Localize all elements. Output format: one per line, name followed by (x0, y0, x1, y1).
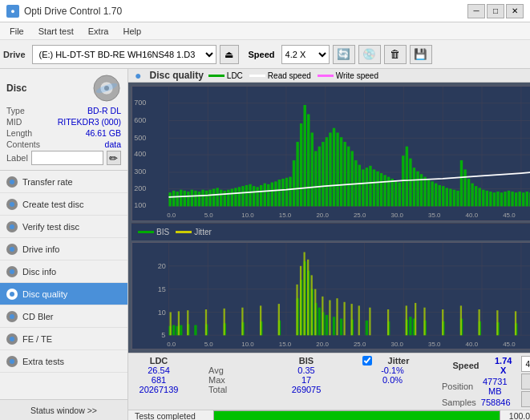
svg-rect-204 (178, 311, 180, 335)
svg-rect-222 (358, 305, 360, 335)
bottom-chart-svg: 20 15 10 5 10% 8% 6% 4% 2% 0.0 5.0 10.0 (132, 243, 530, 349)
svg-rect-121 (526, 192, 528, 206)
verify-test-disc-icon (6, 221, 18, 232)
svg-rect-116 (508, 191, 510, 207)
extra-tests-icon (6, 356, 18, 367)
svg-rect-61 (307, 114, 310, 206)
transfer-rate-icon (6, 176, 18, 188)
stats-section: LDC 26.54 681 20267139 _ Avg Max Total B… (128, 353, 530, 410)
menu-help[interactable]: Help (116, 25, 148, 38)
svg-rect-50 (267, 184, 269, 207)
menu-file[interactable]: File (3, 25, 30, 38)
svg-rect-35 (212, 189, 215, 207)
svg-text:35.0: 35.0 (428, 341, 441, 348)
mid-value: RITEKDR3 (000) (58, 117, 121, 127)
speed-dropdown[interactable]: 4.2 X (521, 356, 530, 372)
nav-label-cd-bler: CD Bler (22, 312, 54, 321)
svg-rect-206 (205, 309, 207, 335)
write-speed-legend: Write speed (336, 71, 378, 80)
contents-value: data (105, 139, 121, 149)
samples-label: Samples (442, 398, 476, 407)
sidebar-item-transfer-rate[interactable]: Transfer rate (0, 171, 127, 193)
svg-rect-227 (423, 307, 425, 335)
svg-rect-27 (184, 191, 186, 207)
start-full-button[interactable]: Start full (521, 374, 530, 390)
length-label: Length (6, 128, 32, 138)
sidebar-item-disc-info[interactable]: Disc info (0, 260, 127, 283)
status-window-button[interactable]: Status window >> (0, 399, 127, 420)
app-icon: ● (6, 5, 19, 18)
erase-button[interactable]: 🗑 (384, 45, 407, 64)
max-ldc: 681 (135, 375, 183, 385)
drive-select[interactable]: (E:) HL-DT-ST BD-RE WH16NS48 1.D3 (32, 45, 216, 64)
progress-area: Tests completed 100.0% 63:05 (128, 410, 530, 420)
svg-rect-85 (394, 180, 397, 206)
sidebar-item-create-test-disc[interactable]: Create test disc (0, 193, 127, 216)
svg-rect-94 (427, 179, 430, 206)
svg-rect-41 (234, 188, 237, 206)
svg-rect-69 (336, 132, 338, 206)
svg-rect-208 (241, 307, 243, 335)
label-edit-button[interactable]: ✏ (107, 151, 121, 165)
jitter-check: Jitter (362, 356, 423, 365)
start-part-button[interactable]: Start part (521, 391, 530, 407)
sidebar: Disc Type BD-R DL MID RITEKDR3 (000) Len… (0, 69, 128, 420)
svg-rect-58 (296, 142, 298, 206)
sidebar-item-verify-test-disc[interactable]: Verify test disc (0, 216, 127, 238)
minimize-button[interactable]: ─ (467, 4, 485, 18)
svg-rect-26 (180, 190, 182, 207)
svg-rect-106 (471, 184, 473, 207)
svg-rect-194 (409, 317, 411, 335)
sidebar-item-cd-bler[interactable]: CD Bler (0, 305, 127, 328)
main-area: Disc Type BD-R DL MID RITEKDR3 (000) Len… (0, 69, 530, 420)
svg-text:20.0: 20.0 (316, 212, 329, 219)
save-button[interactable]: 💾 (410, 45, 432, 64)
svg-rect-31 (198, 192, 200, 206)
svg-rect-72 (347, 147, 350, 207)
svg-rect-48 (260, 185, 262, 206)
svg-rect-120 (522, 192, 524, 206)
progress-percent: 100.0% (507, 411, 530, 420)
svg-rect-189 (340, 318, 342, 335)
eject-button[interactable]: ⏏ (220, 45, 239, 64)
fe-te-icon (6, 333, 18, 345)
svg-text:10.0: 10.0 (241, 212, 254, 219)
svg-rect-75 (358, 165, 361, 207)
svg-rect-84 (390, 179, 393, 206)
avg-jitter: -0.1% (362, 365, 423, 375)
sidebar-item-extra-tests[interactable]: Extra tests (0, 350, 127, 373)
drive-label: Drive (3, 50, 26, 59)
toolbar: Drive (E:) HL-DT-ST BD-RE WH16NS48 1.D3 … (0, 40, 530, 69)
jitter-checkbox[interactable] (362, 356, 372, 365)
svg-rect-95 (431, 181, 433, 206)
row-labels: _ Avg Max Total (208, 356, 257, 394)
svg-rect-90 (413, 168, 415, 206)
sidebar-item-disc-quality[interactable]: Disc quality (0, 283, 127, 305)
svg-rect-65 (322, 142, 324, 206)
sidebar-item-drive-info[interactable]: Drive info (0, 238, 127, 260)
svg-rect-39 (227, 190, 229, 207)
svg-rect-80 (376, 172, 378, 207)
svg-text:20.0: 20.0 (316, 341, 329, 348)
label-input[interactable] (31, 151, 103, 165)
max-bis: 17 (282, 375, 330, 385)
svg-rect-191 (366, 320, 368, 334)
position-value: 47731 MB (478, 377, 512, 396)
svg-rect-109 (482, 190, 484, 207)
burn-button[interactable]: 💿 (358, 45, 381, 64)
svg-text:20: 20 (158, 262, 166, 270)
nav-label-transfer-rate: Transfer rate (22, 177, 73, 187)
cd-bler-icon (6, 311, 18, 322)
close-button[interactable]: ✕ (506, 4, 524, 18)
svg-rect-49 (264, 184, 266, 207)
menu-extra[interactable]: Extra (82, 25, 115, 38)
chart-area: 700 600 500 400 300 200 100 18X 16X 14X … (128, 83, 530, 353)
svg-rect-229 (460, 305, 462, 335)
sidebar-item-fe-te[interactable]: FE / TE (0, 328, 127, 350)
speed-select[interactable]: 4.2 X (281, 45, 330, 64)
maximize-button[interactable]: □ (487, 4, 504, 18)
menu-start-test[interactable]: Start test (32, 25, 80, 38)
svg-rect-203 (170, 312, 172, 335)
svg-rect-66 (326, 137, 328, 206)
refresh-button[interactable]: 🔄 (333, 45, 355, 64)
